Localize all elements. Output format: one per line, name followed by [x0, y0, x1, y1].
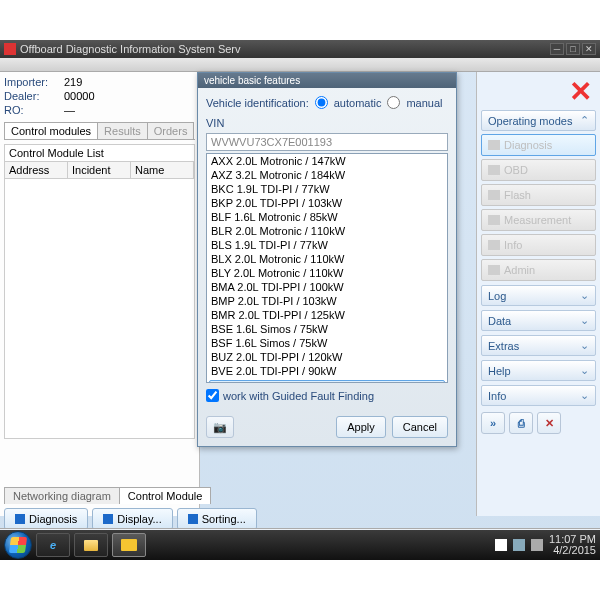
taskbar-ie[interactable]: e: [36, 533, 70, 557]
diagnosis-icon: [488, 140, 500, 150]
nav-back-button[interactable]: »: [481, 412, 505, 434]
admin-icon: [488, 265, 500, 275]
engine-option[interactable]: BUZ 2.0L TDI-PPI / 120kW: [207, 350, 447, 364]
square-icon: [15, 514, 25, 524]
engine-option[interactable]: BMA 2.0L TDI-PPI / 100kW: [207, 280, 447, 294]
start-button[interactable]: [4, 531, 32, 559]
info-header[interactable]: Info⌄: [481, 385, 596, 406]
cancel-button[interactable]: Cancel: [392, 416, 448, 438]
camera-button[interactable]: 📷: [206, 416, 234, 438]
tray-network-icon[interactable]: [513, 539, 525, 551]
tab-orders[interactable]: Orders: [147, 122, 195, 139]
dealer-value: 00000: [64, 90, 95, 102]
engine-listbox[interactable]: AXX 2.0L Motronic / 147kWAXZ 3.2L Motron…: [206, 153, 448, 383]
nav-close-button[interactable]: ✕: [537, 412, 561, 434]
system-tray[interactable]: 11:07 PM 4/2/2015: [495, 534, 596, 556]
apply-button[interactable]: Apply: [336, 416, 386, 438]
engine-option[interactable]: BLR 2.0L Motronic / 110kW: [207, 224, 447, 238]
close-button[interactable]: ✕: [582, 43, 596, 55]
cml-body: [4, 179, 195, 439]
display-button[interactable]: Display...: [92, 508, 172, 530]
vehicle-features-dialog: vehicle basic features Vehicle identific…: [197, 72, 457, 447]
maximize-button[interactable]: □: [566, 43, 580, 55]
window-title: Offboard Diagnostic Information System S…: [20, 43, 241, 55]
engine-option[interactable]: BMP 2.0L TDI-PI / 103kW: [207, 294, 447, 308]
taskbar-clock[interactable]: 11:07 PM 4/2/2015: [549, 534, 596, 556]
help-header[interactable]: Help⌄: [481, 360, 596, 381]
right-pane: ✕ Operating modes⌃ Diagnosis OBD Flash M…: [476, 72, 600, 516]
col-address[interactable]: Address: [5, 162, 68, 178]
mode-info[interactable]: Info: [481, 234, 596, 256]
taskbar[interactable]: e 11:07 PM 4/2/2015: [0, 530, 600, 560]
operating-modes-header[interactable]: Operating modes⌃: [481, 110, 596, 131]
radio-automatic[interactable]: [315, 96, 328, 109]
importer-label: Importer:: [4, 76, 58, 88]
info-icon: [488, 240, 500, 250]
desktop: Offboard Diagnostic Information System S…: [0, 40, 600, 560]
engine-option[interactable]: BKP 2.0L TDI-PPI / 103kW: [207, 196, 447, 210]
control-module-list: Control Module List Address Incident Nam…: [4, 144, 195, 439]
mode-obd[interactable]: OBD: [481, 159, 596, 181]
taskbar-app[interactable]: [112, 533, 146, 557]
engine-option[interactable]: BLY 2.0L Motronic / 110kW: [207, 266, 447, 280]
mode-flash[interactable]: Flash: [481, 184, 596, 206]
engine-option[interactable]: BLX 2.0L Motronic / 110kW: [207, 252, 447, 266]
vin-label: VIN: [206, 117, 448, 129]
engine-option[interactable]: BVE 2.0L TDI-PPI / 90kW: [207, 364, 447, 378]
mode-measurement[interactable]: Measurement: [481, 209, 596, 231]
engine-option[interactable]: AXZ 3.2L Motronic / 184kW: [207, 168, 447, 182]
chevron-up-icon: ⌃: [580, 114, 589, 127]
chevron-down-icon: ⌄: [580, 389, 589, 402]
minimize-button[interactable]: ─: [550, 43, 564, 55]
guided-fault-label: work with Guided Fault Finding: [223, 390, 374, 402]
engine-option[interactable]: BSF 1.6L Simos / 75kW: [207, 336, 447, 350]
square-icon: [103, 514, 113, 524]
menubar: [0, 58, 600, 72]
mode-admin[interactable]: Admin: [481, 259, 596, 281]
obd-icon: [488, 165, 500, 175]
engine-option[interactable]: BLF 1.6L Motronic / 85kW: [207, 210, 447, 224]
vin-input[interactable]: [206, 133, 448, 151]
tray-flag-icon[interactable]: [495, 539, 507, 551]
extras-header[interactable]: Extras⌄: [481, 335, 596, 356]
flash-icon: [488, 190, 500, 200]
error-x-icon: ✕: [569, 75, 592, 108]
tab-control-module[interactable]: Control Module: [119, 487, 212, 504]
folder-icon: [84, 540, 98, 551]
nav-print-button[interactable]: ⎙: [509, 412, 533, 434]
chevron-down-icon: ⌄: [580, 339, 589, 352]
tab-results[interactable]: Results: [97, 122, 148, 139]
engine-option[interactable]: AXX 2.0L Motronic / 147kW: [207, 154, 447, 168]
engine-option[interactable]: BMR 2.0L TDI-PPI / 125kW: [207, 308, 447, 322]
app-icon: [4, 43, 16, 55]
chevron-down-icon: ⌄: [580, 364, 589, 377]
radio-manual[interactable]: [387, 96, 400, 109]
diag-app-icon: [121, 539, 137, 551]
mode-diagnosis[interactable]: Diagnosis: [481, 134, 596, 156]
log-header[interactable]: Log⌄: [481, 285, 596, 306]
data-header[interactable]: Data⌄: [481, 310, 596, 331]
titlebar: Offboard Diagnostic Information System S…: [0, 40, 600, 58]
guided-fault-checkbox[interactable]: [206, 389, 219, 402]
sorting-button[interactable]: Sorting...: [177, 508, 257, 530]
left-pane: Importer:219 Dealer:00000 RO:— Control m…: [0, 72, 200, 516]
dealer-label: Dealer:: [4, 90, 58, 102]
cml-title: Control Module List: [4, 144, 195, 162]
taskbar-explorer[interactable]: [74, 533, 108, 557]
tray-volume-icon[interactable]: [531, 539, 543, 551]
ro-value: —: [64, 104, 75, 116]
vehicle-ident-label: Vehicle identification:: [206, 97, 309, 109]
engine-selected-row[interactable]: ↖: [209, 380, 445, 383]
col-incident[interactable]: Incident: [68, 162, 131, 178]
tab-networking-diagram[interactable]: Networking diagram: [4, 487, 120, 504]
ro-label: RO:: [4, 104, 58, 116]
vehicle-status-icons: ✕: [481, 76, 596, 106]
importer-value: 219: [64, 76, 82, 88]
tab-control-modules[interactable]: Control modules: [4, 122, 98, 139]
diagnosis-button[interactable]: Diagnosis: [4, 508, 88, 530]
engine-option[interactable]: BLS 1.9L TDI-PI / 77kW: [207, 238, 447, 252]
engine-option[interactable]: BKC 1.9L TDI-PI / 77kW: [207, 182, 447, 196]
measurement-icon: [488, 215, 500, 225]
col-name[interactable]: Name: [131, 162, 194, 178]
engine-option[interactable]: BSE 1.6L Simos / 75kW: [207, 322, 447, 336]
